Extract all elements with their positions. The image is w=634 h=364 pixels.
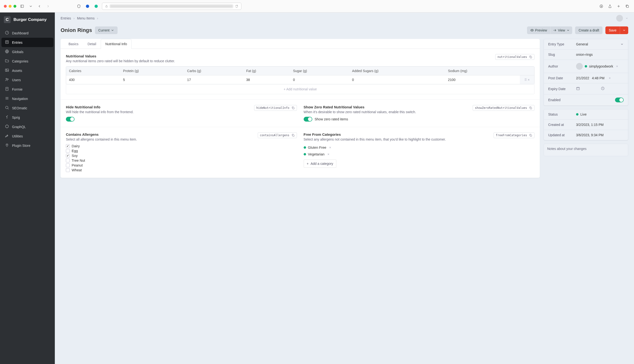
extension-1password-icon[interactable] xyxy=(85,3,90,9)
save-button[interactable]: Save xyxy=(605,26,620,34)
expiry-time-input[interactable] xyxy=(601,86,624,91)
drag-icon[interactable]: ⠿ xyxy=(524,78,527,82)
sidebar-toggle-icon[interactable] xyxy=(19,3,25,9)
sidebar-item-globals[interactable]: Globals xyxy=(2,47,53,56)
extension-grammarly-icon[interactable] xyxy=(93,3,99,9)
sidebar-item-utilities[interactable]: Utilities xyxy=(2,132,53,141)
delete-row[interactable]: × xyxy=(528,78,530,82)
chevron-down-icon[interactable] xyxy=(625,17,628,20)
clear-post-date[interactable]: × xyxy=(608,76,624,80)
checkbox-icon xyxy=(66,158,70,162)
sidebar-item-sprig[interactable]: Sprig xyxy=(2,113,53,122)
sidebar-item-assets[interactable]: Assets xyxy=(2,66,53,75)
option-label: Soy xyxy=(72,154,78,158)
show-zero-toggle[interactable] xyxy=(304,117,312,122)
view-button[interactable]: View xyxy=(550,26,572,34)
category-item[interactable]: Vegetarian× xyxy=(304,151,535,158)
allergen-option-wheat[interactable]: Wheat xyxy=(66,168,297,172)
back-icon[interactable] xyxy=(37,3,42,9)
sidebar-item-users[interactable]: Users xyxy=(2,75,53,84)
hide-info-toggle[interactable] xyxy=(66,117,75,122)
allergen-option-tree-nut[interactable]: Tree Nut xyxy=(66,158,297,163)
window-close[interactable] xyxy=(4,5,7,8)
svg-point-28 xyxy=(531,30,532,31)
field-handle[interactable]: nutritionalValues xyxy=(495,54,534,60)
chevron-down-icon xyxy=(566,28,570,32)
sidebar-item-formie[interactable]: Formie xyxy=(2,84,53,94)
share-icon[interactable] xyxy=(607,3,613,9)
tab-basics[interactable]: Basics xyxy=(64,39,83,49)
sidebar-item-navigation[interactable]: Navigation xyxy=(2,94,53,103)
breadcrumb-menu-items[interactable]: Menu Items xyxy=(77,16,95,20)
post-time-input[interactable]: 4:48 PM xyxy=(592,76,606,80)
revision-select[interactable]: Current xyxy=(95,26,118,34)
forward-icon[interactable] xyxy=(45,3,51,9)
save-menu-button[interactable] xyxy=(620,26,628,34)
add-category-button[interactable]: + Add a category xyxy=(304,160,336,168)
expiry-date-input[interactable] xyxy=(576,86,599,91)
field-handle[interactable]: containsAllergens xyxy=(258,132,297,138)
sidebar-item-label: Formie xyxy=(12,88,23,91)
reload-icon[interactable] xyxy=(235,4,238,8)
remove-category[interactable]: × xyxy=(328,146,332,150)
user-avatar[interactable] xyxy=(616,15,623,22)
toggle-label: Show zero rated items xyxy=(315,117,348,121)
table-cell[interactable]: 17 xyxy=(184,76,243,84)
category-item[interactable]: Gluten Free× xyxy=(304,144,535,151)
table-header: Protein (g) xyxy=(120,66,184,76)
tab-detail[interactable]: Detail xyxy=(83,39,101,49)
remove-author[interactable]: × xyxy=(615,64,619,68)
slug-input[interactable]: onion-rings xyxy=(576,52,624,56)
shield-icon[interactable] xyxy=(76,3,82,9)
sidebar-item-seomatic[interactable]: SEOmatic xyxy=(2,103,53,113)
new-tab-icon[interactable] xyxy=(616,3,621,9)
tab-nutritional-info[interactable]: Nutritional Info xyxy=(101,39,132,49)
notes-input[interactable]: Notes about your changes xyxy=(544,144,628,156)
allergen-option-soy[interactable]: Soy xyxy=(66,153,297,158)
sidebar-item-label: GraphQL xyxy=(12,125,26,129)
author-field[interactable]: simplygoodwork × xyxy=(576,63,624,70)
eye-icon xyxy=(530,28,534,32)
window-maximize[interactable] xyxy=(14,5,16,8)
sidebar-item-plugin-store[interactable]: Plugin Store xyxy=(2,141,53,150)
chevron-right-icon: › xyxy=(74,16,75,20)
enabled-toggle[interactable] xyxy=(615,98,624,102)
plus-icon: + xyxy=(307,162,309,166)
table-cell[interactable]: 0 xyxy=(349,76,445,84)
field-title: Show Zero Rated Nutritional Values xyxy=(304,105,470,109)
field-handle[interactable]: showZeroRatedNutritionalValues xyxy=(473,105,534,111)
sidebar-item-label: Entries xyxy=(12,40,23,44)
allergen-option-dairy[interactable]: Dairy xyxy=(66,144,297,148)
table-cell[interactable]: 38 xyxy=(243,76,290,84)
entry-type-select[interactable]: General xyxy=(576,42,624,46)
table-cell[interactable]: 430 xyxy=(66,76,120,84)
post-date-input[interactable]: 2/1/2022 xyxy=(576,76,590,80)
allergen-option-peanut[interactable]: Peanut xyxy=(66,163,297,168)
download-icon[interactable] xyxy=(598,3,604,9)
remove-category[interactable]: × xyxy=(326,152,330,156)
allergen-option-egg[interactable]: Egg xyxy=(66,148,297,153)
chevron-right-icon: › xyxy=(97,16,98,20)
brand[interactable]: C Burger Company xyxy=(0,12,55,27)
window-minimize[interactable] xyxy=(9,5,12,8)
field-handle[interactable]: freeFromCategories xyxy=(494,132,534,138)
breadcrumb-entries[interactable]: Entries xyxy=(61,16,71,20)
field-desc: When it's desirable to show zero rated n… xyxy=(304,110,470,114)
sidebar-item-graphql[interactable]: GraphQL xyxy=(2,122,53,132)
field-handle[interactable]: hideNutritionalInfo xyxy=(254,105,297,111)
sidebar-item-categories[interactable]: Categories xyxy=(2,56,53,66)
add-nutritional-row[interactable]: + Add nutritional value xyxy=(66,84,534,94)
sidebar-item-dashboard[interactable]: Dashboard xyxy=(2,28,53,38)
table-cell[interactable]: 2100 xyxy=(445,76,520,84)
table-cell[interactable]: 0 xyxy=(290,76,349,84)
sidebar-item-entries[interactable]: Entries xyxy=(2,38,53,47)
main-panel: BasicsDetailNutritional Info Nutritional… xyxy=(61,39,540,178)
preview-button[interactable]: Preview xyxy=(527,26,550,34)
chevron-down-icon xyxy=(620,42,624,46)
address-bar[interactable] xyxy=(102,3,241,10)
plug-icon xyxy=(5,143,9,148)
create-draft-button[interactable]: Create a draft xyxy=(575,26,602,34)
table-cell[interactable]: 5 xyxy=(120,76,184,84)
chevron-down-icon[interactable] xyxy=(28,3,34,9)
tabs-icon[interactable] xyxy=(624,3,630,9)
